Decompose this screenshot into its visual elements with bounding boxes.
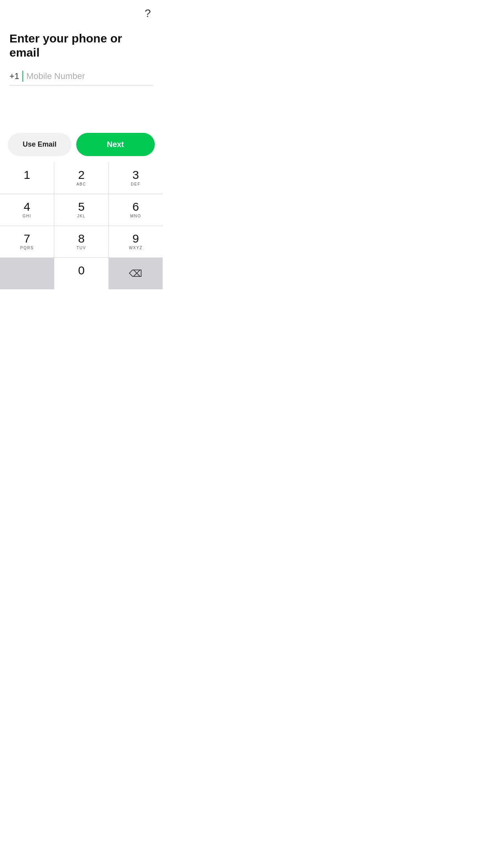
key-empty (0, 258, 54, 289)
key-5[interactable]: 5 JKL (54, 194, 108, 226)
key-6[interactable]: 6 MNO (109, 194, 163, 226)
main-content: ? Enter your phone or email +1 Mobile Nu… (0, 0, 163, 127)
key-0[interactable]: 0 (54, 258, 108, 289)
key-3[interactable]: 3 DEF (109, 162, 163, 194)
backspace-button[interactable]: ⌫ (109, 258, 163, 289)
backspace-icon: ⌫ (129, 268, 142, 279)
phone-placeholder: Mobile Number (26, 71, 85, 81)
cursor-bar (22, 71, 23, 82)
help-button[interactable]: ? (141, 6, 155, 20)
page-title: Enter your phone or email (9, 31, 153, 60)
key-8[interactable]: 8 TUV (54, 226, 108, 257)
use-email-button[interactable]: Use Email (8, 133, 72, 156)
key-1[interactable]: 1 (0, 162, 54, 194)
key-2[interactable]: 2 ABC (54, 162, 108, 194)
help-icon: ? (145, 7, 151, 20)
key-7[interactable]: 7 PQRS (0, 226, 54, 257)
country-code: +1 (9, 71, 19, 81)
phone-input-row[interactable]: +1 Mobile Number (9, 71, 153, 86)
key-4[interactable]: 4 GHI (0, 194, 54, 226)
keypad: 1 2 ABC 3 DEF 4 GHI 5 JKL 6 MNO 7 PQRS 8… (0, 162, 163, 289)
action-buttons: Use Email Next (0, 127, 163, 162)
next-button[interactable]: Next (76, 133, 155, 156)
key-9[interactable]: 9 WXYZ (109, 226, 163, 257)
